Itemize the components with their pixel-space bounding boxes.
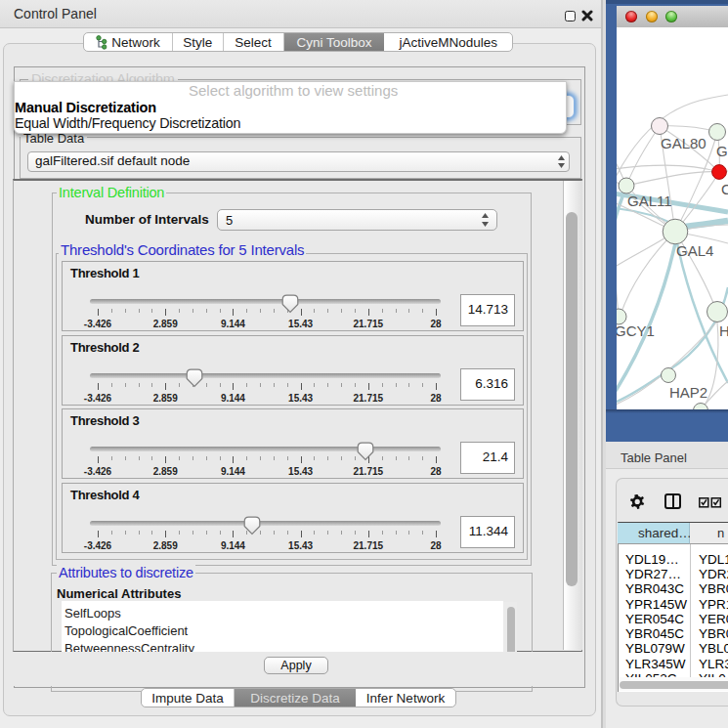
svg-text:C: C [721, 181, 728, 197]
svg-text:GCY1: GCY1 [617, 322, 655, 339]
svg-text:GAL4: GAL4 [676, 242, 713, 259]
svg-text:GAL80: GAL80 [661, 135, 707, 151]
svg-text:G.: G. [716, 143, 728, 159]
svg-text:HAP2: HAP2 [669, 384, 707, 401]
svg-text:H: H [719, 322, 728, 339]
svg-text:GAL11: GAL11 [627, 193, 672, 209]
